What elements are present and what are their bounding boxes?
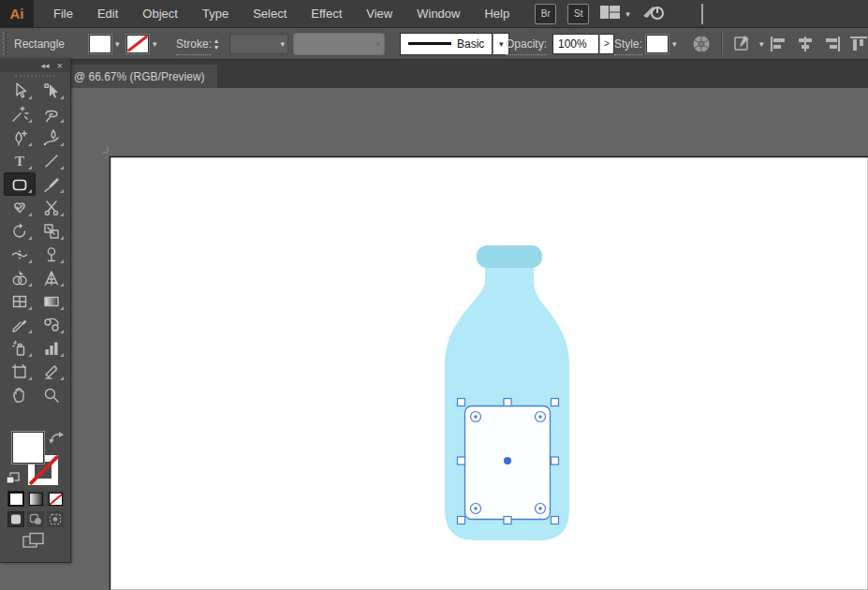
selection-tool[interactable] bbox=[4, 79, 36, 102]
stroke-swatch-none[interactable] bbox=[126, 35, 149, 53]
hand-tool[interactable] bbox=[4, 383, 36, 406]
lasso-icon bbox=[42, 105, 61, 124]
handle-top-left[interactable] bbox=[458, 399, 465, 406]
line-segment-tool[interactable] bbox=[36, 149, 67, 172]
align-left-button[interactable] bbox=[770, 28, 788, 59]
handle-mid-left[interactable] bbox=[458, 457, 465, 465]
opacity-control[interactable]: 100% > bbox=[552, 28, 614, 59]
scale-tool[interactable] bbox=[36, 219, 67, 243]
stroke-color-control[interactable]: ▾ bbox=[126, 28, 157, 59]
menu-select[interactable]: Select bbox=[241, 0, 299, 27]
stroke-profile-preview bbox=[408, 42, 451, 45]
type-tool[interactable]: T bbox=[4, 149, 36, 172]
stock-button[interactable]: St bbox=[567, 4, 589, 24]
handle-bottom-left[interactable] bbox=[458, 517, 465, 524]
selection-center-point[interactable] bbox=[504, 457, 511, 465]
canvas[interactable] bbox=[0, 88, 868, 590]
magic-wand-tool[interactable] bbox=[4, 102, 36, 125]
opacity-field[interactable]: 100% bbox=[552, 34, 599, 54]
menu-effect[interactable]: Effect bbox=[299, 0, 354, 27]
variable-width-profile[interactable]: Basic ▾ bbox=[400, 28, 509, 59]
zoom-tool[interactable] bbox=[36, 383, 67, 406]
direct-selection-arrow-icon bbox=[42, 81, 61, 100]
shape-properties-button[interactable]: ▾ bbox=[733, 28, 764, 59]
panel-grip[interactable] bbox=[15, 75, 55, 77]
touch-workspace-icon[interactable] bbox=[641, 4, 666, 24]
scissors-tool[interactable] bbox=[36, 196, 67, 219]
rectangle-tool[interactable] bbox=[4, 172, 36, 196]
default-fill-stroke-icon[interactable] bbox=[6, 472, 20, 489]
stroke-weight-label: Stroke: bbox=[176, 35, 212, 55]
bottle-cap-shape[interactable] bbox=[477, 245, 542, 268]
color-button[interactable] bbox=[7, 491, 24, 507]
canvas-workspace[interactable] bbox=[0, 88, 868, 590]
menu-edit[interactable]: Edit bbox=[85, 0, 130, 27]
slice-tool[interactable] bbox=[36, 360, 67, 383]
gradient-button[interactable] bbox=[27, 491, 44, 507]
fill-proxy-swatch[interactable] bbox=[12, 432, 44, 464]
blend-tool[interactable] bbox=[36, 313, 67, 336]
menu-view[interactable]: View bbox=[354, 0, 405, 27]
align-center-button[interactable] bbox=[796, 28, 815, 59]
handle-mid-right[interactable] bbox=[552, 457, 559, 465]
menu-object[interactable]: Object bbox=[130, 0, 190, 27]
draw-inside-icon[interactable] bbox=[47, 511, 64, 527]
graphic-style-control[interactable]: ▾ bbox=[646, 28, 677, 59]
style-swatch[interactable] bbox=[646, 35, 669, 53]
opacity-popup-arrow[interactable]: > bbox=[599, 34, 614, 54]
artboard-icon bbox=[10, 362, 29, 381]
handle-bottom-center[interactable] bbox=[504, 517, 511, 524]
handle-top-center[interactable] bbox=[504, 399, 511, 406]
tool-grid: T bbox=[0, 78, 70, 406]
artboard-tool[interactable] bbox=[4, 360, 36, 383]
shape-builder-tool[interactable] bbox=[4, 266, 36, 289]
column-graph-tool[interactable] bbox=[36, 336, 67, 360]
lasso-tool[interactable] bbox=[36, 102, 67, 125]
menu-window[interactable]: Window bbox=[405, 0, 472, 27]
menu-type[interactable]: Type bbox=[190, 0, 241, 27]
menu-file[interactable]: File bbox=[41, 0, 85, 27]
workspace-switcher[interactable]: ▾ bbox=[600, 5, 630, 23]
gradient-tool[interactable] bbox=[36, 289, 67, 313]
mesh-tool[interactable] bbox=[4, 289, 36, 313]
pen-tool[interactable] bbox=[4, 125, 36, 149]
swap-fill-stroke-icon[interactable] bbox=[49, 431, 65, 449]
stroke-weight-stepper[interactable]: ▴▾ bbox=[214, 28, 221, 59]
handle-top-right[interactable] bbox=[552, 399, 559, 406]
none-button[interactable] bbox=[47, 491, 64, 507]
stepper-down-icon[interactable]: ▾ bbox=[214, 44, 218, 51]
chevron-down-icon: ▾ bbox=[153, 39, 157, 49]
recolor-artwork-button[interactable] bbox=[692, 28, 711, 59]
handle-bottom-right[interactable] bbox=[552, 517, 559, 524]
shape-builder-icon bbox=[10, 269, 29, 288]
symbol-sprayer-tool[interactable] bbox=[4, 336, 36, 360]
rotate-tool[interactable] bbox=[4, 219, 36, 243]
screen-mode-button[interactable] bbox=[22, 532, 45, 553]
paintbrush-icon bbox=[42, 175, 61, 194]
curvature-tool[interactable] bbox=[36, 125, 67, 149]
controlbar-grip[interactable] bbox=[3, 32, 7, 55]
puppet-warp-tool[interactable] bbox=[36, 243, 67, 266]
draw-normal-icon[interactable] bbox=[7, 511, 24, 527]
width-tool[interactable] bbox=[4, 243, 36, 266]
stroke-weight-dropdown[interactable]: ▾ bbox=[229, 28, 288, 59]
slice-icon bbox=[42, 362, 61, 381]
blend-icon bbox=[42, 316, 61, 334]
align-top-button[interactable] bbox=[849, 28, 868, 59]
collapse-panel-icon[interactable]: ◂◂ bbox=[41, 61, 50, 70]
brush-definition-dropdown[interactable]: ▾ bbox=[293, 28, 385, 59]
shaper-tool[interactable] bbox=[4, 196, 36, 219]
paintbrush-tool[interactable] bbox=[36, 172, 67, 196]
menu-help[interactable]: Help bbox=[472, 0, 522, 27]
perspective-grid-tool[interactable] bbox=[36, 266, 67, 289]
chevron-down-icon: ▾ bbox=[375, 39, 380, 49]
align-right-button[interactable] bbox=[822, 28, 841, 59]
draw-behind-icon[interactable] bbox=[27, 511, 44, 527]
direct-selection-tool[interactable] bbox=[36, 79, 67, 102]
close-panel-icon[interactable]: × bbox=[57, 60, 63, 71]
hand-icon bbox=[10, 386, 29, 405]
fill-color-control[interactable]: ▾ bbox=[89, 28, 120, 59]
eyedropper-tool[interactable] bbox=[4, 313, 36, 336]
fill-swatch[interactable] bbox=[89, 35, 111, 53]
bridge-button[interactable]: Br bbox=[535, 4, 556, 24]
